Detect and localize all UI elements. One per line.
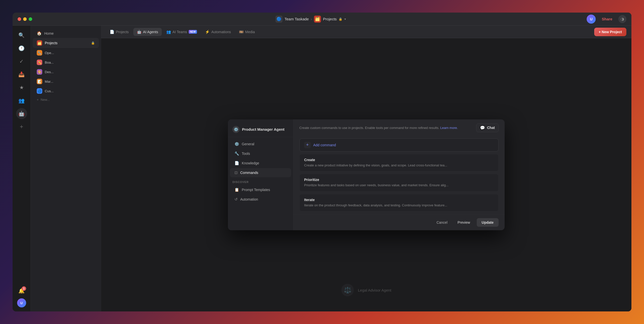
- command-card-create[interactable]: Create Create a new product initiative b…: [299, 154, 499, 172]
- agent-avatar-btn[interactable]: 🤖: [16, 108, 27, 119]
- modal-nav-knowledge[interactable]: 📄 Knowledge: [230, 159, 291, 168]
- modal-header: ⚙️ Product Manager Agent: [228, 123, 293, 137]
- modal-nav-automation[interactable]: ↺ Automation: [230, 195, 291, 204]
- tab-ai-teams[interactable]: 👥 AI Teams NEW: [163, 28, 200, 36]
- chat-button[interactable]: 💬 Chat: [476, 123, 499, 132]
- avatar: U: [587, 15, 596, 24]
- notification-btn[interactable]: 🔔 3: [16, 285, 27, 296]
- sidebar-toggle-button[interactable]: ◑: [618, 15, 626, 23]
- star-icon-btn[interactable]: ★: [16, 82, 27, 93]
- modal-nav-prompt-templates[interactable]: 📋 Prompt Templates: [230, 185, 291, 194]
- team-icon: 👥: [18, 98, 25, 104]
- projects-label: Projects: [45, 41, 58, 45]
- sidebar-item-custom[interactable]: 🔵 Cus...: [33, 86, 99, 96]
- automations-tab-icon: ⚡: [205, 30, 210, 34]
- command-card-prioritize[interactable]: Prioritize Prioritize features and tasks…: [299, 174, 499, 192]
- clock-icon-btn[interactable]: 🕐: [16, 43, 27, 54]
- maximize-button[interactable]: [29, 17, 32, 21]
- icon-sidebar-bottom: 🔔 3 U: [16, 285, 27, 307]
- sidebar-item-marketing[interactable]: 📝 Mar...: [33, 77, 99, 86]
- inbox-icon-btn[interactable]: 📥: [16, 69, 27, 80]
- content-area: ⚖️ Legal Advisor Agent ⚙️ Product Manage…: [101, 38, 631, 311]
- nav-sidebar: 🏠 Home 🗂️ Projects 🔒 🔧 Ope... ✏️ Boa... …: [31, 26, 101, 311]
- icon-sidebar: 🔍 🕐 ✓ 📥 ★ 👥 🤖 +: [13, 26, 31, 311]
- command-card-iterate[interactable]: Iterate Iterate on the product through f…: [299, 194, 499, 212]
- team-icon: 🔵: [275, 16, 283, 23]
- modal-agent-icon: ⚙️: [232, 126, 239, 133]
- sidebar-item-design[interactable]: 🎨 Des...: [33, 67, 99, 77]
- automation-label: Automation: [240, 197, 258, 201]
- search-icon-btn[interactable]: 🔍: [16, 30, 27, 41]
- plus-icon: +: [20, 123, 23, 130]
- command-create-desc: Create a new product initiative by defin…: [304, 163, 494, 168]
- minimize-button[interactable]: [23, 17, 27, 21]
- projects-color-icon: 🗂️: [37, 40, 42, 46]
- add-command-button[interactable]: + Add command: [299, 138, 499, 152]
- custom-icon: 🔵: [37, 88, 42, 94]
- ai-teams-tab-icon: 👥: [166, 30, 171, 34]
- projects-tab-icon: 📄: [110, 30, 114, 34]
- sidebar-item-projects[interactable]: 🗂️ Projects 🔒: [33, 38, 99, 48]
- commands-label: Commands: [240, 171, 258, 175]
- sidebar-item-board[interactable]: ✏️ Boa...: [33, 58, 99, 67]
- modal-nav-commands[interactable]: ⊡ Commands: [230, 168, 291, 177]
- chevron-down-icon[interactable]: ▾: [344, 17, 346, 21]
- tab-bar: 📄 Projects 🤖 AI Agents 👥 AI Teams NEW ⚡ …: [101, 26, 631, 38]
- cancel-button[interactable]: Cancel: [433, 218, 451, 226]
- tab-media[interactable]: 🎞️ Media: [235, 28, 258, 36]
- modal-nav-tools[interactable]: 🔧 Tools: [230, 149, 291, 158]
- tab-bar-right: + New Project: [594, 28, 626, 36]
- command-create-name: Create: [304, 158, 494, 162]
- prompt-templates-icon: 📋: [234, 188, 239, 192]
- home-label: Home: [44, 31, 54, 35]
- modal-content-description: Create custom commands to use in project…: [299, 126, 458, 130]
- general-label: General: [242, 142, 254, 146]
- close-button[interactable]: [18, 17, 21, 21]
- open-icon: 🔧: [37, 50, 42, 56]
- discover-label: DISCOVER: [228, 177, 293, 185]
- media-tab-icon: 🎞️: [239, 30, 244, 34]
- search-icon: 🔍: [18, 32, 25, 38]
- main-content: 📄 Projects 🤖 AI Agents 👥 AI Teams NEW ⚡ …: [101, 26, 631, 311]
- tab-automations-label: Automations: [211, 30, 231, 34]
- command-prioritize-name: Prioritize: [304, 178, 494, 182]
- modal-nav-general[interactable]: ⚙️ General: [230, 140, 291, 149]
- share-button[interactable]: Share: [599, 15, 615, 23]
- title-bar-actions: U Share ◑: [587, 15, 626, 24]
- tab-projects[interactable]: 📄 Projects: [106, 28, 132, 36]
- new-project-button[interactable]: + New Project: [594, 28, 626, 36]
- commands-icon: ⊡: [234, 170, 238, 175]
- update-button[interactable]: Update: [477, 218, 499, 227]
- user-avatar-btn[interactable]: U: [17, 298, 26, 307]
- knowledge-icon: 📄: [234, 161, 239, 165]
- breadcrumb-projects[interactable]: 🗂️ Projects 🔒 ▾: [314, 16, 346, 23]
- agent-icon: 🤖: [18, 111, 25, 117]
- add-workspace-btn[interactable]: +: [16, 121, 27, 132]
- check-icon-btn[interactable]: ✓: [16, 56, 27, 67]
- tools-label: Tools: [242, 152, 250, 156]
- modal-content: Create custom commands to use in project…: [293, 119, 505, 230]
- modal-footer: Cancel Preview Update: [293, 214, 505, 230]
- modal-sidebar: ⚙️ Product Manager Agent ⚙️ General 🔧 To…: [228, 119, 293, 230]
- general-icon: ⚙️: [234, 142, 239, 146]
- tab-ai-agents[interactable]: 🤖 AI Agents: [133, 28, 162, 36]
- tab-projects-label: Projects: [116, 30, 129, 34]
- new-item-btn[interactable]: + New...: [31, 96, 101, 104]
- sidebar-item-open[interactable]: 🔧 Ope...: [33, 48, 99, 58]
- modal-scroll-area[interactable]: + Add command Create Create a new produc…: [293, 135, 505, 215]
- team-icon-btn[interactable]: 👥: [16, 95, 27, 106]
- tab-automations[interactable]: ⚡ Automations: [202, 28, 234, 36]
- projects-lock-icon: 🔒: [91, 41, 95, 45]
- breadcrumb-chevron-icon: ›: [311, 17, 312, 21]
- star-icon: ★: [19, 84, 24, 90]
- prompt-templates-label: Prompt Templates: [242, 188, 270, 192]
- modal-title: Product Manager Agent: [242, 127, 285, 131]
- tab-ai-agents-label: AI Agents: [143, 30, 158, 34]
- preview-button[interactable]: Preview: [454, 218, 474, 226]
- knowledge-label: Knowledge: [242, 161, 259, 165]
- learn-more-link[interactable]: Learn more.: [440, 126, 458, 130]
- projects-icon: 🗂️: [314, 16, 321, 23]
- sidebar-item-home[interactable]: 🏠 Home: [33, 29, 99, 38]
- breadcrumb-team[interactable]: 🔵 Team Taskade: [275, 16, 309, 23]
- command-iterate-name: Iterate: [304, 198, 494, 202]
